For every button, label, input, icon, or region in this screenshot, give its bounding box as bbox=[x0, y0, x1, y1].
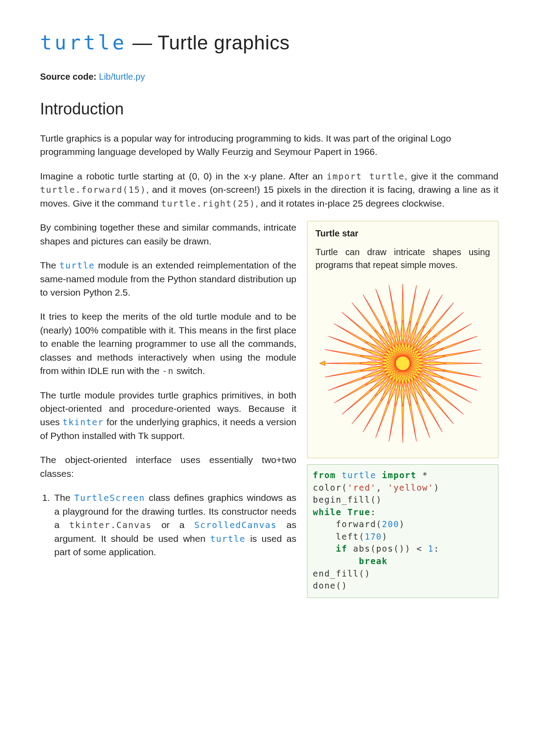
expr-abs-pos: abs(pos()) < bbox=[348, 544, 428, 553]
text: Imagine a robotic turtle starting at (0,… bbox=[40, 171, 327, 181]
text: , and it rotates in-place 25 degrees clo… bbox=[255, 198, 445, 208]
kw-if: if bbox=[313, 544, 348, 553]
title-rest: Turtle graphics bbox=[158, 32, 290, 53]
scrolledcanvas-link[interactable]: ScrolledCanvas bbox=[194, 520, 277, 530]
str-red: 'red' bbox=[348, 483, 376, 492]
text: The bbox=[54, 492, 74, 503]
left-column: By combining together these and similar … bbox=[40, 221, 296, 559]
text: The bbox=[40, 260, 60, 270]
colon: : bbox=[434, 544, 440, 553]
text: switch. bbox=[174, 366, 205, 376]
code-import-turtle: import turtle bbox=[327, 171, 405, 182]
fn-end-fill: end_fill() bbox=[313, 569, 370, 578]
title-module: turtle bbox=[40, 31, 127, 54]
intro-paragraph-2: Imagine a robotic turtle starting at (0,… bbox=[40, 170, 498, 210]
intro-paragraph-1: Turtle graphics is a popular way for int… bbox=[40, 132, 498, 159]
turtlescreen-link[interactable]: TurtleScreen bbox=[74, 493, 145, 503]
two-column-layout: By combining together these and similar … bbox=[40, 221, 498, 597]
code-tkinter-canvas: tkinter.Canvas bbox=[69, 520, 152, 530]
kw-import: import bbox=[382, 470, 417, 480]
num-200: 200 bbox=[382, 519, 399, 529]
kw-true: True bbox=[348, 507, 371, 517]
turtle-star-sidebar: Turtle star Turtle can draw intricate sh… bbox=[307, 221, 498, 458]
fn-left: left( bbox=[313, 532, 364, 541]
right-column: Turtle star Turtle can draw intricate sh… bbox=[307, 221, 498, 597]
fn-color: color( bbox=[313, 483, 348, 492]
turtle-star-figure bbox=[316, 276, 490, 451]
colon: : bbox=[370, 507, 376, 517]
code-example: from turtle import * color('red', 'yello… bbox=[307, 464, 498, 597]
section-introduction-heading: Introduction bbox=[40, 100, 498, 118]
str-yellow: 'yellow' bbox=[388, 483, 434, 492]
turtle-link[interactable]: turtle bbox=[210, 534, 246, 544]
paren: ) bbox=[382, 532, 388, 541]
source-label: Source code: bbox=[40, 72, 97, 81]
class-list: The TurtleScreen class defines graphics … bbox=[40, 491, 296, 559]
kw-break: break bbox=[313, 556, 388, 566]
comma: , bbox=[376, 483, 388, 492]
left-paragraph-module: The turtle module is an extended reimple… bbox=[40, 259, 296, 299]
source-code-line: Source code: Lib/turtle.py bbox=[40, 72, 498, 82]
paren: ) bbox=[399, 519, 405, 529]
sidebar-text: Turtle can draw intricate shapes using p… bbox=[316, 246, 490, 272]
left-paragraph-two-classes: The object-oriented interface uses essen… bbox=[40, 453, 296, 480]
list-item: The TurtleScreen class defines graphics … bbox=[53, 491, 296, 559]
left-paragraph-merits: It tries to keep the merits of the old t… bbox=[40, 310, 296, 378]
fn-done: done() bbox=[313, 581, 348, 590]
left-paragraph-combining: By combining together these and similar … bbox=[40, 221, 296, 248]
svg-point-37 bbox=[396, 356, 410, 370]
kw-from: from bbox=[313, 470, 336, 480]
title-dash: — bbox=[127, 32, 158, 53]
turtle-module-link[interactable]: turtle bbox=[60, 260, 95, 271]
code-forward: turtle.forward(15) bbox=[40, 185, 146, 195]
num-1: 1 bbox=[428, 544, 434, 553]
mod-turtle: turtle bbox=[342, 470, 376, 480]
paren: ) bbox=[434, 483, 440, 492]
left-paragraph-tkinter: The turtle module provides turtle graphi… bbox=[40, 389, 296, 443]
text: , give it the command bbox=[405, 171, 498, 181]
fn-forward: forward( bbox=[313, 519, 382, 529]
page: turtle — Turtle graphics Source code: Li… bbox=[0, 0, 534, 756]
num-170: 170 bbox=[364, 532, 382, 541]
star-op: * bbox=[417, 470, 428, 480]
code-n-switch: -n bbox=[162, 366, 174, 376]
source-link[interactable]: Lib/turtle.py bbox=[99, 72, 145, 81]
tkinter-link[interactable]: tkinter bbox=[63, 417, 104, 427]
kw-while: while bbox=[313, 507, 342, 517]
page-title: turtle — Turtle graphics bbox=[40, 31, 498, 54]
fn-begin-fill: begin_fill() bbox=[313, 495, 382, 504]
code-right: turtle.right(25) bbox=[161, 199, 255, 209]
text: or a bbox=[152, 520, 194, 530]
turtle-cursor-icon bbox=[320, 361, 325, 366]
sidebar-title: Turtle star bbox=[316, 228, 490, 239]
